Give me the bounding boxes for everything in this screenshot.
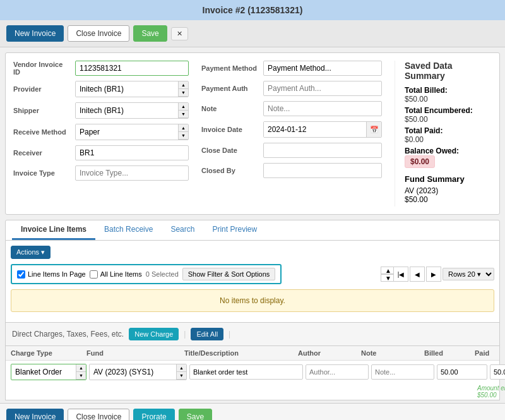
charge-type-input[interactable] (11, 364, 76, 380)
invoice-type-row: Invoice Type (13, 165, 189, 181)
filter-sort-button[interactable]: Show Filter & Sort Options (182, 268, 276, 280)
title-cell (189, 364, 303, 380)
fund-spinners: ▲ ▼ (176, 364, 186, 380)
total-billed-label: Total Billed: (405, 86, 448, 95)
bottom-new-invoice-button[interactable]: New Invoice (6, 409, 64, 420)
receiver-input[interactable] (75, 145, 189, 160)
provider-label: Provider (13, 85, 70, 93)
col-billed: Billed (424, 349, 475, 357)
new-invoice-button[interactable]: New Invoice (6, 25, 64, 42)
actions-label: Actions ▾ (16, 248, 45, 256)
col-note: Note (361, 349, 424, 357)
close-invoice-button[interactable]: Close Invoice (68, 25, 129, 42)
actions-dropdown-button[interactable]: Actions ▾ (11, 246, 50, 259)
receive-method-input[interactable] (76, 124, 178, 140)
note-cell (371, 364, 434, 380)
payment-method-select[interactable]: Payment Method... (263, 61, 382, 76)
balance-owed-value: $0.00 (405, 155, 435, 168)
shipper-spinners: ▲ ▼ (178, 103, 188, 118)
save-button[interactable]: Save (133, 25, 167, 42)
provider-down[interactable]: ▼ (178, 89, 188, 97)
title-input[interactable] (189, 364, 303, 380)
ct-up[interactable]: ▲ (76, 364, 86, 372)
pagination-controls: ▲ ▼ |◀ ◀ ▶ Rows 20 ▾ (381, 267, 494, 282)
payment-auth-input[interactable] (263, 81, 382, 96)
fund-cell: ▲ ▼ (89, 364, 187, 380)
tab-search[interactable]: Search (162, 220, 203, 240)
line-items-section: Actions ▾ Line Items In Page All Line It… (5, 241, 500, 323)
closed-by-input[interactable] (263, 163, 382, 178)
shipper-up[interactable]: ▲ (178, 103, 188, 111)
title-bar: Invoice #2 (1123581321) (0, 0, 505, 20)
invoice-type-input[interactable] (75, 165, 189, 181)
main-form: Vendor Invoice ID Provider ▲ ▼ Shipper ▲… (5, 52, 500, 215)
prev-page-button[interactable]: ◀ (410, 267, 425, 282)
close-x-button[interactable]: ✕ (171, 27, 188, 40)
close-date-input[interactable] (263, 143, 382, 158)
col-charge-type: Charge Type (11, 349, 86, 357)
tab-invoice-line-items[interactable]: Invoice Line Items (12, 220, 95, 240)
provider-input[interactable] (76, 81, 178, 97)
author-input[interactable] (306, 364, 369, 380)
edit-all-button[interactable]: Edit All (191, 328, 223, 340)
provider-up[interactable]: ▲ (178, 81, 188, 89)
line-items-in-page-label: Line Items In Page (17, 270, 86, 279)
form-middle: Payment Method Payment Method... Payment… (201, 61, 382, 207)
next-page-button[interactable]: ▶ (426, 267, 441, 282)
provider-row: Provider ▲ ▼ (13, 81, 189, 97)
payment-method-row: Payment Method Payment Method... (201, 61, 382, 76)
author-cell (306, 364, 369, 380)
receive-method-label: Receive Method (13, 128, 70, 136)
first-page-button[interactable]: |◀ (393, 267, 408, 282)
payment-auth-row: Payment Auth (201, 81, 382, 96)
receiver-row: Receiver (13, 145, 189, 160)
direct-charges-header: Direct Charges, Taxes, Fees, etc. New Ch… (5, 323, 500, 346)
new-charge-button[interactable]: New Charge (129, 328, 179, 340)
total-encumbered-row: Total Encumbered: $50.00 (405, 106, 492, 124)
no-items-message: No items to display. (11, 289, 494, 312)
tabs-bar: Invoice Line Items Batch Receive Search … (5, 220, 500, 241)
tab-print-preview[interactable]: Print Preview (203, 220, 266, 240)
receive-method-wrap: ▲ ▼ (75, 124, 189, 140)
shipper-row: Shipper ▲ ▼ (13, 102, 189, 119)
total-encumbered-label: Total Encumbered: (405, 106, 473, 115)
receive-method-down[interactable]: ▼ (178, 132, 188, 140)
vendor-invoice-label: Vendor Invoice ID (13, 61, 70, 76)
vendor-invoice-input[interactable] (75, 61, 189, 76)
page-title: Invoice #2 (1123581321) (203, 5, 303, 15)
fund-up[interactable]: ▲ (176, 364, 186, 372)
tab-batch-receive[interactable]: Batch Receive (95, 220, 162, 240)
invoice-type-label: Invoice Type (13, 169, 70, 177)
line-items-in-page-checkbox[interactable] (17, 270, 25, 279)
note-input[interactable] (263, 101, 382, 116)
fund-down[interactable]: ▼ (176, 372, 186, 380)
paid-input[interactable] (490, 364, 505, 380)
bottom-close-invoice-button[interactable]: Close Invoice (68, 409, 129, 420)
receive-method-up[interactable]: ▲ (178, 124, 188, 132)
charge-note-input[interactable] (371, 364, 434, 380)
note-label: Note (201, 105, 258, 112)
all-line-items-checkbox[interactable] (90, 270, 98, 279)
calendar-icon[interactable]: 📅 (366, 122, 381, 137)
billed-input[interactable] (437, 364, 487, 380)
rows-per-page-select[interactable]: Rows 20 ▾ (443, 268, 494, 280)
total-billed-value: $50.00 (405, 95, 428, 104)
closed-by-label: Closed By (201, 167, 258, 174)
total-encumbered-value: $50.00 (405, 115, 428, 124)
fund-input[interactable] (90, 364, 176, 380)
charges-table: Charge Type Fund Title/Description Autho… (5, 346, 500, 400)
prorate-button[interactable]: Prorate (133, 409, 174, 420)
shipper-input[interactable] (76, 103, 178, 118)
invoice-date-input[interactable] (264, 122, 366, 137)
invoice-date-wrap: 📅 (263, 121, 382, 138)
col-title: Title/Description (184, 349, 298, 357)
total-paid-value: $0.00 (405, 135, 424, 144)
filter-bar: Line Items In Page All Line Items 0 Sele… (11, 264, 282, 284)
note-row: Note (201, 101, 382, 116)
bottom-save-button[interactable]: Save (179, 409, 212, 420)
invoice-date-label: Invoice Date (201, 126, 258, 133)
ct-down[interactable]: ▼ (76, 372, 86, 380)
shipper-down[interactable]: ▼ (178, 111, 188, 118)
summary-panel: Saved Data Summary Total Billed: $50.00 … (395, 61, 492, 207)
bottom-toolbar: New Invoice Close Invoice Prorate Save (0, 403, 505, 420)
